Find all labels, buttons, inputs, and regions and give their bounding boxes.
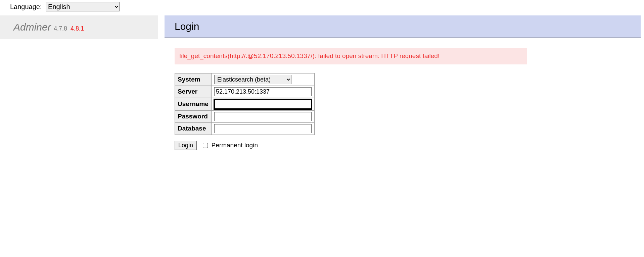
permanent-login-checkbox[interactable]	[203, 143, 208, 148]
password-input[interactable]	[214, 112, 312, 121]
page-title: Login	[175, 21, 641, 32]
label-username: Username	[175, 98, 212, 110]
server-input[interactable]	[214, 87, 312, 96]
permanent-login-label[interactable]: Permanent login	[202, 142, 258, 149]
login-button[interactable]: Login	[175, 141, 197, 150]
row-username: Username	[175, 98, 315, 110]
label-password: Password	[175, 110, 212, 122]
language-label: Language:	[10, 3, 42, 10]
system-select[interactable]: Elasticsearch (beta)	[214, 75, 291, 84]
row-database: Database	[175, 122, 315, 135]
version-current: 4.7.8	[54, 25, 67, 32]
main: Login file_get_contents(http://.@52.170.…	[165, 15, 641, 150]
language-bar: Language: English	[0, 0, 644, 13]
label-system: System	[175, 73, 212, 86]
database-input[interactable]	[214, 124, 312, 133]
permanent-login-text: Permanent login	[212, 142, 258, 149]
language-select[interactable]: English	[46, 2, 120, 11]
label-database: Database	[175, 122, 212, 135]
username-input[interactable]	[214, 99, 312, 109]
error-message: file_get_contents(http://.@52.170.213.50…	[175, 48, 527, 64]
brand-logo: Adminer	[13, 21, 54, 33]
row-password: Password	[175, 110, 315, 122]
row-system: System Elasticsearch (beta)	[175, 73, 315, 86]
content: file_get_contents(http://.@52.170.213.50…	[165, 38, 641, 150]
row-server: Server	[175, 86, 315, 98]
brand-link[interactable]: Adminer	[13, 21, 51, 33]
label-server: Server	[175, 86, 212, 98]
login-form-table: System Elasticsearch (beta) Server Usern…	[175, 73, 315, 135]
page-heading-wrap: Login	[165, 15, 641, 38]
version-latest-link[interactable]: 4.8.1	[71, 25, 84, 32]
sidebar: Adminer 4.7.8 4.8.1	[0, 15, 158, 39]
submit-row: Login Permanent login	[175, 141, 641, 150]
